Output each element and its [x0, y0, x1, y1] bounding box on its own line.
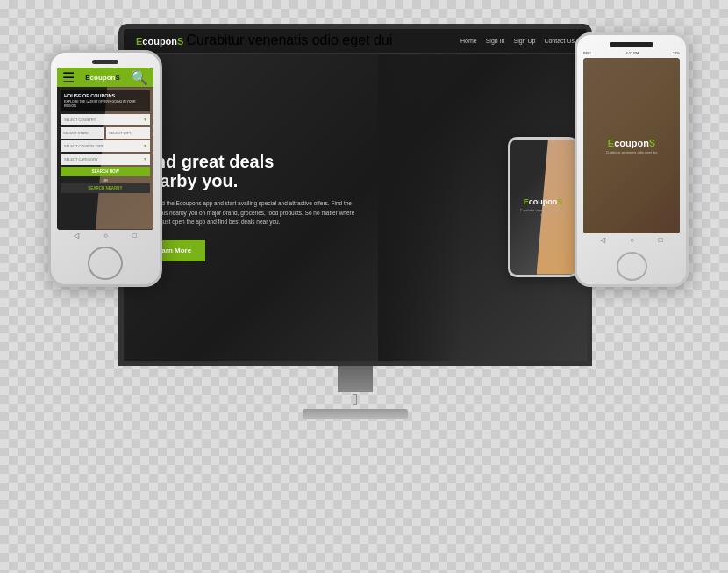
app-field-state[interactable]: SELECT STATE: [61, 127, 104, 139]
right-phone-logo: EcouponS: [608, 138, 655, 148]
monitor-stand-neck: [338, 366, 373, 392]
phone-camera: [92, 60, 118, 65]
nav-links: Home Sign In Sign Up Contact Us: [460, 38, 575, 44]
right-phone-home-button[interactable]: [617, 252, 647, 280]
status-time: 4:21 PM: [625, 51, 639, 55]
nav-home[interactable]: Home: [460, 38, 477, 44]
scene: EcouponS Curabitur venenatis odio eget d…: [22, 15, 706, 559]
app-field-country[interactable]: SELECT COUNTRY ▼: [61, 114, 150, 125]
status-battery: 22%: [673, 51, 680, 55]
phone-outer: ☰ EcouponS 🔍 HOUSE OF COUPONS. EXPLORE T…: [48, 50, 162, 287]
app-field-city[interactable]: SELECT CITY: [106, 127, 150, 139]
right-phone-outer: BELL 4:21 PM 22% EcouponS Curabitur vene…: [575, 32, 689, 287]
phone-notch: [610, 42, 653, 47]
right-back-icon[interactable]: ◁: [600, 236, 605, 244]
monitor-screen: EcouponS Curabitur venenatis odio eget d…: [124, 29, 587, 361]
dropdown-arrow-coupon-icon: ▼: [143, 143, 147, 148]
website-logo-nav: EcouponS Curabitur venenatis odio eget d…: [136, 32, 392, 48]
back-nav-icon[interactable]: ◁: [74, 232, 79, 240]
recent-nav-icon[interactable]: □: [132, 232, 137, 240]
website-tagline-nav: Curabitur venenatis odio eget dui: [186, 32, 392, 47]
right-home-icon[interactable]: ○: [630, 236, 634, 244]
website-hero: Find great deals nearby you. Download th…: [124, 54, 587, 361]
right-phone: BELL 4:21 PM 22% EcouponS Curabitur vene…: [575, 32, 689, 287]
monitor-phone-content: EcouponS Curabitur venenatis odio eget d…: [510, 190, 575, 224]
left-phone: ☰ EcouponS 🔍 HOUSE OF COUPONS. EXPLORE T…: [48, 50, 162, 287]
phone-screen: ☰ EcouponS 🔍 HOUSE OF COUPONS. EXPLORE T…: [57, 68, 153, 229]
app-topbar: ☰ EcouponS 🔍: [57, 68, 153, 87]
nav-signin[interactable]: Sign In: [486, 38, 505, 44]
hero-description: Download the Ecoupons app and start avai…: [139, 199, 362, 226]
app-title: HOUSE OF COUPONS. EXPLORE THE LATEST OFF…: [61, 90, 150, 111]
status-carrier: BELL: [583, 51, 592, 55]
search-icon[interactable]: 🔍: [131, 69, 148, 86]
dropdown-arrow-cat-icon: ▼: [143, 156, 147, 161]
or-text: OR: [61, 178, 150, 183]
nav-contact[interactable]: Contact Us: [544, 38, 575, 44]
monitor-body: EcouponS Curabitur venenatis odio eget d…: [118, 24, 592, 366]
right-phone-nav-bar: ◁ ○ □: [588, 233, 674, 247]
search-now-button[interactable]: SEARCH NOW: [61, 167, 150, 176]
nav-signup[interactable]: Sign Up: [513, 38, 535, 44]
app-body: HOUSE OF COUPONS. EXPLORE THE LATEST OFF…: [57, 87, 153, 229]
search-nearby-button[interactable]: SEARCH NEARBY: [61, 183, 150, 193]
right-recent-icon[interactable]: □: [659, 236, 663, 244]
apple-logo-icon: : [353, 390, 359, 409]
right-phone-screen: EcouponS Curabitur venenatis odio eget d…: [583, 58, 680, 233]
app-logo: EcouponS: [85, 74, 120, 82]
right-phone-content: EcouponS Curabitur venenatis odio eget d…: [583, 58, 680, 233]
hero-title: Find great deals nearby you.: [139, 152, 362, 190]
app-field-row-state-city: SELECT STATE SELECT CITY: [61, 127, 150, 139]
hero-right: EcouponS Curabitur venenatis odio eget d…: [378, 54, 587, 361]
right-phone-tagline: Curabitur venenatis odio eget dui: [606, 150, 658, 154]
monitor-phone-tagline: Curabitur venenatis odio eget dui: [517, 208, 568, 217]
hamburger-icon: ☰: [62, 69, 75, 86]
monitor: EcouponS Curabitur venenatis odio eget d…: [118, 24, 592, 454]
app-field-coupon-type[interactable]: SELECT COUPON TYPE ▼: [61, 140, 150, 152]
monitor-stand-base: [303, 409, 408, 419]
app-field-category[interactable]: SELECT CATEGORY ▼: [61, 154, 150, 165]
dropdown-arrow-icon: ▼: [143, 117, 147, 122]
phone-home-button[interactable]: [88, 247, 123, 281]
monitor-phone-logo: EcouponS: [517, 197, 568, 206]
home-nav-icon[interactable]: ○: [103, 232, 108, 240]
phone-nav-bar: ◁ ○ □: [61, 230, 148, 241]
website-nav: EcouponS Curabitur venenatis odio eget d…: [124, 29, 587, 54]
phone-status-bar: BELL 4:21 PM 22%: [583, 50, 680, 56]
